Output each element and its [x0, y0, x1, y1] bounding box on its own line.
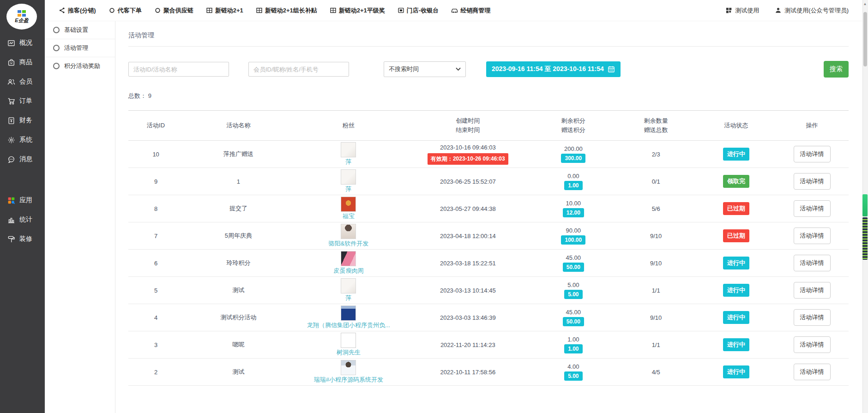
activity-name: 测试 — [183, 286, 293, 294]
time-filter-select[interactable]: 不搜索时间 — [384, 61, 466, 77]
topnav-item[interactable]: 聚合供应链 — [154, 6, 193, 15]
activity-id: 6 — [128, 260, 183, 267]
page-scrollbar-thumb[interactable] — [863, 12, 867, 66]
circle-icon — [154, 7, 161, 14]
search-button[interactable]: 搜索 — [824, 61, 849, 78]
activity-name: 玲玲积分 — [183, 259, 293, 267]
remaining-points: 200.00 — [564, 145, 583, 152]
submenu-item-label: 活动管理 — [64, 44, 88, 52]
quantity-cell: 2/3 — [615, 151, 697, 158]
activity-id: 9 — [128, 178, 183, 185]
topnav-item[interactable]: 新链动2+1平级奖 — [330, 6, 385, 15]
sidebar-item-7[interactable]: 消息 — [0, 150, 45, 169]
status-badge: 进行中 — [723, 284, 749, 297]
topnav-item-label: 代客下单 — [118, 6, 142, 15]
topnav-item[interactable]: 代客下单 — [108, 6, 142, 15]
created-time: 2023-05-27 09:44:38 — [440, 205, 496, 212]
topnav-item[interactable]: 新链动2+1组长补贴 — [256, 6, 317, 15]
status-badge: 进行中 — [723, 338, 749, 351]
sidebar-item-label: 商品 — [19, 58, 32, 66]
activity-name: 萍推广赠送 — [183, 150, 293, 158]
column-header: 剩余积分赠送积分 — [532, 116, 615, 135]
sidebar-item-8[interactable]: 应用 — [0, 191, 45, 210]
created-time: 2023-06-25 15:52:07 — [440, 178, 496, 185]
topnav-item[interactable]: 新链动2+1 — [206, 6, 243, 15]
sidebar-item-9[interactable]: 统计 — [0, 210, 45, 229]
circle-icon — [108, 7, 115, 14]
activity-detail-button[interactable]: 活动详情 — [794, 364, 831, 380]
topnav-user-menu[interactable]: 测试使用 — [725, 6, 759, 15]
activity-detail-button[interactable]: 活动详情 — [794, 173, 831, 190]
sidebar-item-10[interactable]: 装修 — [0, 229, 45, 249]
time-cell: 2023-03-03 13:46:39 — [404, 314, 532, 321]
topnav-item[interactable]: 门店-收银台 — [398, 6, 439, 15]
system-icon — [7, 136, 15, 144]
fan-name-link[interactable]: 皮蛋瘦肉周 — [333, 267, 363, 275]
topnav-item[interactable]: 经销商管理 — [451, 6, 490, 15]
activity-detail-button[interactable]: 活动详情 — [794, 200, 831, 217]
fan-cell: 萍 — [294, 169, 404, 193]
sidebar-item-5[interactable]: 财务 — [0, 111, 45, 130]
activity-detail-button[interactable]: 活动详情 — [794, 146, 831, 162]
quantity-cell: 0/1 — [615, 178, 697, 185]
topnav-item[interactable]: 推客(分销) — [59, 6, 96, 15]
activity-detail-button[interactable]: 活动详情 — [794, 309, 831, 326]
sidebar-item-label: 应用 — [19, 196, 32, 204]
column-header-line: 剩余积分 — [561, 116, 585, 126]
created-time: 2023-03-03 13:46:39 — [440, 314, 496, 321]
date-range-button[interactable]: 2023-09-16 11:54 至 2023-10-16 11:54 — [486, 61, 621, 77]
sidebar-item-2[interactable]: 商品 — [0, 53, 45, 72]
topnav-user-menu[interactable]: 测试使用(公众号管理员) — [775, 6, 849, 15]
submenu-item-3[interactable]: 积分活动奖励 — [45, 57, 115, 75]
table-row: 5测试萍2023-03-13 10:14:455.005.001/1进行中活动详… — [128, 277, 849, 304]
fan-name-link[interactable]: 瑞瑞#小程序源码系统开发 — [314, 376, 383, 384]
apps-icon — [7, 197, 15, 204]
fan-name-link[interactable]: 龙翔（腾信集团小程序贵州负... — [307, 321, 390, 329]
fan-name-link[interactable]: 福宝 — [343, 212, 355, 221]
orders-icon — [7, 97, 15, 105]
topnav-user-label: 测试使用 — [735, 6, 759, 15]
quantity-cell: 4/5 — [615, 369, 697, 376]
fan-name-link[interactable]: 骆阳&软件开发 — [329, 239, 369, 248]
status-cell: 进行中 — [697, 311, 775, 324]
column-header-line: 活动名称 — [226, 121, 250, 130]
activity-search-input[interactable] — [128, 62, 229, 77]
brand-logo: E企盈 — [6, 4, 37, 30]
points-cell: 4.005.00 — [532, 363, 615, 381]
fan-name-link[interactable]: 树洞先生 — [337, 348, 361, 357]
activity-detail-button[interactable]: 活动详情 — [794, 255, 831, 271]
status-cell: 已过期 — [697, 229, 775, 242]
submenu-item-1[interactable]: 基础设置 — [45, 21, 115, 39]
activity-detail-button[interactable]: 活动详情 — [794, 336, 831, 353]
status-cell: 进行中 — [697, 257, 775, 269]
scrollbar-up-arrow[interactable]: ▲ — [862, 2, 868, 6]
fan-avatar — [341, 224, 356, 239]
created-time: 2022-10-11 17:58:56 — [440, 369, 495, 376]
body-row: 基础设置活动管理积分活动奖励 活动管理 不搜索时间 2023-09-16 11:… — [45, 21, 868, 413]
sidebar-item-3[interactable]: 会员 — [0, 72, 45, 91]
submenu-item-2[interactable]: 活动管理 — [45, 39, 115, 57]
fan-name-link[interactable]: 萍 — [345, 185, 351, 193]
sidebar-item-6[interactable]: 系统 — [0, 130, 45, 150]
remaining-points: 90.00 — [566, 227, 581, 234]
sidebar-item-4[interactable]: 订单 — [0, 91, 45, 111]
member-search-input[interactable] — [248, 62, 349, 77]
sidebar-item-1[interactable]: 概况 — [0, 33, 45, 53]
status-cell: 进行中 — [697, 148, 775, 161]
fan-avatar — [341, 360, 356, 375]
fan-avatar — [341, 251, 356, 266]
sidebar-item-label: 订单 — [19, 97, 32, 105]
main-column: 推客(分销)代客下单聚合供应链新链动2+1新链动2+1组长补贴新链动2+1平级奖… — [45, 0, 868, 413]
gift-points-badge: 100.00 — [561, 235, 585, 245]
activity-detail-button[interactable]: 活动详情 — [794, 227, 831, 244]
fan-avatar — [341, 197, 356, 212]
fan-cell: 骆阳&软件开发 — [294, 224, 404, 248]
activity-detail-button[interactable]: 活动详情 — [794, 282, 831, 299]
fan-name-link[interactable]: 萍 — [345, 294, 351, 302]
activity-id: 5 — [128, 287, 183, 294]
fan-name-link[interactable]: 萍 — [345, 158, 351, 166]
activity-name: 5周年庆典 — [183, 232, 293, 240]
topnav-item-label: 新链动2+1组长补贴 — [265, 6, 317, 15]
table-row: 75周年庆典骆阳&软件开发2023-04-18 12:00:1490.00100… — [128, 222, 849, 250]
remaining-points: 1.00 — [567, 336, 579, 343]
